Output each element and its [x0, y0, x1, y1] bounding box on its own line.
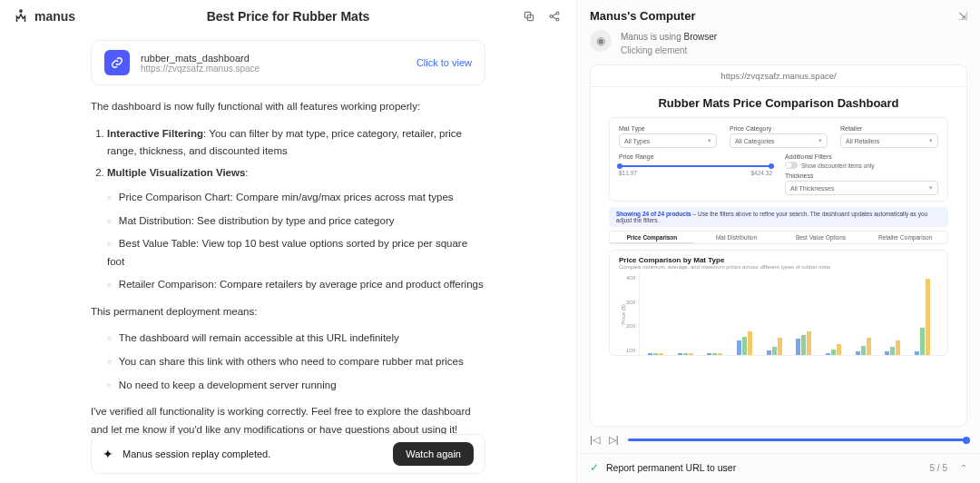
using-tool: Browser: [683, 32, 717, 42]
bar-group: [732, 331, 757, 355]
replay-bar: ✦ Manus session replay completed. Watch …: [91, 434, 485, 474]
list-item: The dashboard will remain accessible at …: [107, 330, 485, 348]
tab-price-comparison[interactable]: Price Comparison: [610, 232, 694, 243]
chevron-down-icon: ▾: [929, 184, 933, 192]
list-item: Retailer Comparison: Compare retailers b…: [107, 276, 485, 294]
price-range-slider[interactable]: [619, 165, 772, 167]
sparkle-icon: ✦: [103, 447, 113, 461]
bar: [689, 353, 693, 355]
link-name: rubber_mats_dashboard: [141, 53, 406, 64]
link-icon: [104, 50, 130, 75]
bar: [659, 353, 663, 355]
bar: [920, 328, 925, 355]
deploy-intro: This permanent deployment means:: [91, 303, 485, 321]
bar: [678, 353, 682, 355]
bar: [896, 340, 900, 355]
final-count: 5 / 5: [930, 463, 947, 473]
computer-title: Manus's Computer: [590, 9, 696, 23]
check-icon: ✓: [590, 461, 599, 474]
chevron-down-icon: ▾: [818, 137, 822, 144]
bar: [653, 353, 658, 355]
list-item: No need to keep a development server run…: [107, 377, 485, 395]
chevron-down-icon: ▾: [708, 137, 711, 144]
chevron-down-icon: ▾: [929, 137, 933, 144]
y-tick: 100: [626, 348, 635, 353]
dashboard-title: Rubber Mats Price Comparison Dashboard: [609, 96, 948, 110]
playback-controls: |◁ ▷|: [577, 427, 980, 451]
bar: [748, 331, 752, 355]
chart-tabs: Price Comparison Mat Distribution Best V…: [609, 231, 948, 244]
bar: [683, 353, 688, 355]
info-bold: Showing 24 of 24 products: [616, 211, 691, 217]
tab-best-value[interactable]: Best Value Options: [779, 232, 863, 243]
bar-group: [762, 338, 787, 355]
bar-group: [673, 353, 698, 355]
retailer-select[interactable]: All Retailers▾: [840, 133, 938, 148]
replay-text: Manus session replay completed.: [122, 448, 270, 459]
bar: [767, 350, 771, 355]
bar: [737, 340, 741, 355]
bar: [885, 351, 889, 355]
bar-group: [643, 353, 668, 355]
select-value: All Retailers: [846, 138, 879, 144]
tab-retailer-comparison[interactable]: Retailer Comparison: [863, 232, 947, 243]
bar: [772, 347, 777, 355]
bar: [707, 353, 711, 355]
chevron-up-icon: ⌃: [960, 463, 967, 473]
skip-back-icon[interactable]: |◁: [590, 434, 600, 446]
toggle-label: Show discounted items only: [801, 163, 875, 169]
bar: [890, 347, 895, 355]
bar: [718, 353, 722, 355]
list-item: Mat Distribution: See distribution by ty…: [107, 212, 485, 231]
brand-logo[interactable]: manus: [13, 8, 75, 25]
select-value: All Thicknesses: [790, 185, 835, 192]
bar: [742, 337, 747, 355]
list-item: Multiple Visualization Views:: [107, 164, 485, 182]
bar-group: [821, 344, 846, 355]
y-tick: 300: [626, 300, 635, 305]
watch-again-button[interactable]: Watch again: [393, 442, 474, 466]
bar-group: [702, 353, 727, 355]
mat-type-select[interactable]: All Types▾: [619, 133, 717, 148]
using-prefix: Manus is using: [621, 32, 683, 42]
y-tick: 400: [626, 275, 635, 281]
playback-slider[interactable]: [628, 439, 967, 441]
tab-mat-distribution[interactable]: Mat Distribution: [694, 232, 779, 243]
closing-text: I've verified all functionality is worki…: [91, 403, 485, 434]
collapse-icon[interactable]: ⇲: [958, 10, 967, 23]
bar: [856, 351, 860, 355]
page-title: Best Price for Rubber Mats: [207, 9, 370, 24]
chart-card: Price Comparison by Mat Type Compare min…: [609, 250, 948, 356]
bar: [867, 338, 871, 355]
y-axis-ticks: 400 300 200 100: [626, 273, 639, 355]
filter-label: Mat Type: [619, 125, 717, 132]
share-icon[interactable]: [545, 7, 564, 25]
browser-page: Rubber Mats Price Comparison Dashboard M…: [591, 87, 966, 426]
bar: [648, 353, 652, 355]
address-bar[interactable]: https://zvqzsafz.manus.space/: [591, 65, 966, 87]
browser-frame: https://zvqzsafz.manus.space/ Rubber Mat…: [590, 64, 967, 427]
deployment-link-card: rubber_mats_dashboard https://zvqzsafz.m…: [91, 40, 485, 85]
using-line: Manus is using Browser: [621, 30, 717, 44]
bar-group: [851, 338, 876, 355]
bar: [861, 346, 866, 355]
final-status-row[interactable]: ✓ Report permanent URL to user 5 / 5 ⌃: [577, 453, 980, 483]
chart-title: Price Comparison by Mat Type: [619, 256, 938, 264]
svg-point-0: [20, 10, 22, 12]
select-value: All Categories: [735, 138, 775, 144]
skip-forward-icon[interactable]: ▷|: [609, 434, 619, 446]
click-to-view-link[interactable]: Click to view: [416, 57, 472, 68]
feature-label: Interactive Filtering: [107, 128, 203, 139]
copy-icon[interactable]: [520, 7, 538, 25]
right-header: Manus's Computer ⇲: [577, 0, 980, 28]
list-item: Price Comparison Chart: Compare min/avg/…: [107, 189, 485, 207]
price-category-select[interactable]: All Categories▾: [730, 133, 828, 148]
thickness-select[interactable]: All Thicknesses▾: [785, 181, 938, 195]
feature-text: :: [245, 167, 248, 178]
bar: [837, 344, 841, 355]
range-max: $424.32: [751, 170, 773, 176]
left-header: manus Best Price for Rubber Mats: [0, 0, 576, 33]
bar: [826, 353, 830, 355]
discount-toggle[interactable]: [785, 162, 798, 169]
list-item: Best Value Table: View top 10 best value…: [107, 235, 485, 271]
